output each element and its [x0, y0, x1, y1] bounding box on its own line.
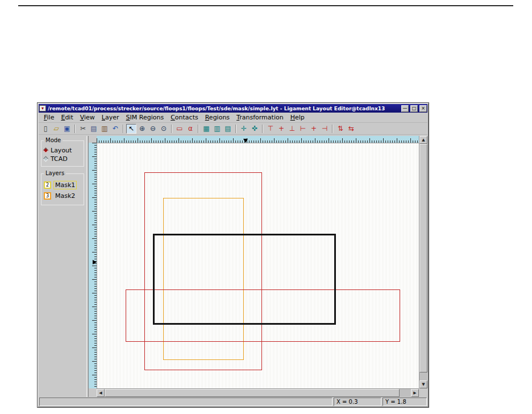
open-file-icon[interactable]: ▱ — [51, 124, 61, 134]
status-bar: X = 0.3 Y = 1.8 — [39, 397, 427, 406]
scroll-right-icon[interactable]: ▶ — [411, 389, 419, 397]
radio-diamond-icon — [43, 156, 49, 162]
minimize-button[interactable]: — — [401, 105, 409, 112]
center-horizontal-icon[interactable]: + — [276, 124, 286, 134]
draw-rectangle-icon[interactable]: ▭ — [174, 124, 185, 134]
layers-panel-title: Layers — [44, 170, 66, 176]
layer-item-mask2[interactable]: 3Mask2 — [44, 192, 81, 200]
radio-diamond-icon — [43, 148, 49, 154]
flip-vertical-icon[interactable]: ⇅ — [335, 124, 346, 134]
refine-tool-icon[interactable]: ▤ — [223, 124, 233, 134]
zoom-in-icon[interactable]: ⊕ — [137, 124, 147, 134]
menu-bar: FileEditViewLayerSIM RegionsContactsRegi… — [39, 113, 427, 123]
toolbar: ▯▱▣✂▤▥↶↖⊕⊖⊙▭α▦▥▤✛✜⊤+⊥⊢+⊣⇅⇆ — [39, 123, 427, 135]
ruler-corner — [89, 136, 97, 143]
vertical-scrollbar[interactable]: ▲ ▼ — [419, 136, 427, 388]
work-area: ▲ ▼ ◀ ▶ — [89, 136, 427, 397]
mode-option-tcad[interactable]: TCAD — [44, 155, 81, 163]
align-left-icon[interactable]: ⊢ — [298, 124, 308, 134]
menu-file[interactable]: File — [41, 113, 57, 122]
menu-help[interactable]: Help — [288, 113, 307, 122]
ruler-marker-y — [93, 260, 97, 264]
align-top-icon[interactable]: ⊤ — [265, 124, 276, 134]
main-area: Mode Layout TCAD Layers 2Mask13Mask2 — [39, 135, 427, 397]
new-file-icon[interactable]: ▯ — [40, 124, 51, 134]
align-bottom-icon[interactable]: ⊥ — [287, 124, 297, 134]
canvas[interactable] — [97, 143, 419, 388]
mode-option-layout[interactable]: Layout — [44, 147, 81, 154]
layers-list: 2Mask13Mask2 — [43, 181, 82, 200]
window-icon[interactable]: ▾ — [39, 105, 46, 111]
toolbar-separator — [332, 125, 333, 133]
layers-panel: Layers 2Mask13Mask2 — [41, 173, 84, 205]
app-window: ▾ /remote/tcad01/process/strecker/source… — [37, 102, 429, 408]
menu-regions[interactable]: Regions — [202, 113, 232, 122]
toolbar-separator — [74, 125, 76, 133]
distribute-vertical-icon[interactable]: ✜ — [250, 124, 260, 134]
layer-color-box: 2 — [44, 181, 51, 189]
flip-horizontal-icon[interactable]: ⇆ — [346, 124, 356, 134]
layer-item-mask1[interactable]: 2Mask1 — [44, 181, 81, 189]
vertical-scroll-thumb[interactable] — [419, 144, 427, 372]
mode-panel: Mode Layout TCAD — [41, 140, 84, 167]
status-y-field: Y = 1.8 — [383, 398, 427, 406]
mesh-tool-icon[interactable]: ▥ — [212, 124, 222, 134]
scroll-left-icon[interactable]: ◀ — [97, 389, 105, 397]
layer-label: Mask2 — [53, 192, 77, 200]
distribute-horizontal-icon[interactable]: ✛ — [239, 124, 249, 134]
toolbar-separator — [262, 125, 263, 133]
save-file-icon[interactable]: ▣ — [62, 124, 72, 134]
maximize-button[interactable]: □ — [410, 105, 418, 112]
document-page: ▾ /remote/tcad01/process/strecker/source… — [0, 0, 532, 414]
mode-panel-title: Mode — [44, 137, 63, 143]
undo-icon[interactable]: ↶ — [110, 124, 120, 134]
left-panel: Mode Layout TCAD Layers 2Mask13Mask2 — [39, 136, 86, 397]
ruler-marker-x — [243, 139, 248, 143]
ruler-horizontal — [97, 136, 419, 143]
scroll-up-icon[interactable]: ▲ — [419, 136, 427, 144]
zoom-region-icon[interactable]: ⊙ — [159, 124, 169, 134]
mask-rect-black[interactable] — [153, 234, 336, 325]
menu-transformation[interactable]: Transformation — [234, 113, 286, 122]
layer-color-box: 3 — [44, 192, 51, 200]
draw-polygon-icon[interactable]: α — [185, 124, 196, 134]
scroll-down-icon[interactable]: ▼ — [419, 380, 427, 388]
title-bar[interactable]: ▾ /remote/tcad01/process/strecker/source… — [39, 104, 427, 113]
paste-icon[interactable]: ▥ — [99, 124, 110, 134]
ruler-vertical — [89, 143, 97, 388]
select-pointer-icon[interactable]: ↖ — [126, 124, 136, 134]
menu-layer[interactable]: Layer — [99, 113, 122, 122]
menu-view[interactable]: View — [77, 113, 98, 122]
status-message-field — [39, 398, 332, 406]
horizontal-scrollbar[interactable]: ◀ ▶ — [97, 388, 419, 397]
status-x-field: X = 0.3 — [334, 398, 381, 406]
window-title: /remote/tcad01/process/strecker/source/f… — [48, 106, 400, 111]
toolbar-separator — [198, 125, 199, 133]
close-button[interactable]: × — [419, 105, 427, 112]
scrollbar-corner-left — [89, 388, 97, 397]
menu-edit[interactable]: Edit — [58, 113, 76, 122]
menu-sim-regions[interactable]: SIM Regions — [123, 113, 167, 122]
menu-contacts[interactable]: Contacts — [168, 113, 201, 122]
align-right-icon[interactable]: ⊣ — [319, 124, 330, 134]
page-rule — [18, 5, 513, 6]
copy-icon[interactable]: ▤ — [89, 124, 99, 134]
horizontal-scroll-thumb[interactable] — [105, 389, 400, 397]
mode-option-label: TCAD — [51, 155, 68, 163]
zoom-out-icon[interactable]: ⊖ — [148, 124, 158, 134]
align-grid-icon[interactable]: ▦ — [201, 124, 211, 134]
mode-option-label: Layout — [51, 147, 72, 154]
layer-label: Mask1 — [53, 181, 77, 189]
scrollbar-corner-right — [419, 388, 427, 397]
toolbar-separator — [123, 125, 124, 133]
toolbar-separator — [171, 125, 172, 133]
cut-icon[interactable]: ✂ — [78, 124, 88, 134]
center-vertical-icon[interactable]: + — [309, 124, 319, 134]
toolbar-separator — [235, 125, 236, 133]
